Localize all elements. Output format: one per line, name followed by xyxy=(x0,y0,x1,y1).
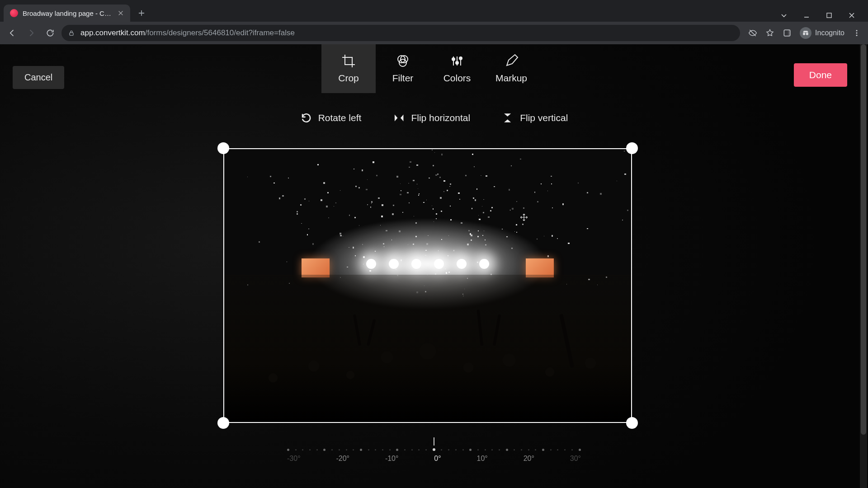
colors-icon xyxy=(450,54,464,68)
maximize-icon[interactable] xyxy=(826,12,833,19)
image-editor: Cancel Crop Filter Colors Markup xyxy=(0,44,868,488)
ruler-ticks xyxy=(287,448,581,451)
svg-point-14 xyxy=(459,57,462,60)
window-controls xyxy=(780,12,864,22)
flip-horizontal-label: Flip horizontal xyxy=(411,113,470,123)
rotate-left-icon xyxy=(300,112,312,124)
rotation-ruler[interactable]: -30° -20° -10° 0° 10° 20° 30° xyxy=(287,437,581,463)
ruler-label: -10° xyxy=(385,455,399,463)
mode-crop-label: Crop xyxy=(338,73,359,84)
kebab-menu-icon[interactable] xyxy=(853,29,861,37)
mode-colors-label: Colors xyxy=(443,73,471,84)
rotate-left-button[interactable]: Rotate left xyxy=(300,112,362,124)
incognito-indicator[interactable]: Incognito xyxy=(800,27,844,39)
ruler-label: 10° xyxy=(477,455,488,463)
flip-vertical-label: Flip vertical xyxy=(520,113,568,123)
photo-content xyxy=(224,149,631,422)
tab-favicon xyxy=(10,9,18,17)
crop-canvas[interactable] xyxy=(223,148,632,423)
done-button[interactable]: Done xyxy=(794,63,847,87)
svg-point-4 xyxy=(803,33,805,35)
filter-icon xyxy=(396,54,410,68)
ruler-label: -20° xyxy=(336,455,349,463)
reload-button[interactable] xyxy=(42,25,58,41)
lock-icon xyxy=(68,29,75,37)
mode-filter[interactable]: Filter xyxy=(376,44,430,93)
photo[interactable] xyxy=(223,148,632,423)
svg-rect-1 xyxy=(70,33,73,35)
flip-vertical-button[interactable]: Flip vertical xyxy=(502,112,568,124)
markup-icon xyxy=(504,54,519,68)
address-bar: app.convertkit.com/forms/designers/56468… xyxy=(0,22,868,44)
svg-point-12 xyxy=(452,58,455,61)
scrollbar[interactable] xyxy=(860,44,867,488)
flip-horizontal-button[interactable]: Flip horizontal xyxy=(393,112,470,124)
crop-handle-bottom-left[interactable] xyxy=(217,417,229,429)
crop-handle-bottom-right[interactable] xyxy=(626,417,638,429)
mode-colors[interactable]: Colors xyxy=(430,44,484,93)
bookmark-star-icon[interactable] xyxy=(765,28,774,38)
close-window-icon[interactable] xyxy=(848,12,855,19)
crop-handle-top-right[interactable] xyxy=(626,142,638,154)
url-path: /forms/designers/5646810/edit?iframe=fal… xyxy=(145,28,295,37)
url-host: app.convertkit.com xyxy=(80,28,145,37)
new-tab-button[interactable] xyxy=(135,6,148,20)
mode-markup[interactable]: Markup xyxy=(484,44,538,93)
scrollbar-thumb[interactable] xyxy=(861,44,866,435)
flip-horizontal-icon xyxy=(393,112,405,124)
flip-vertical-icon xyxy=(502,112,514,124)
ruler-label: 0° xyxy=(434,455,441,463)
svg-point-13 xyxy=(456,61,458,64)
ruler-label: -30° xyxy=(287,455,301,463)
extensions-icon[interactable] xyxy=(783,28,792,38)
svg-rect-3 xyxy=(788,30,790,36)
rotate-left-label: Rotate left xyxy=(318,113,362,123)
cancel-button[interactable]: Cancel xyxy=(13,66,64,89)
mode-crop[interactable]: Crop xyxy=(321,44,376,93)
chevron-down-icon[interactable] xyxy=(780,12,788,19)
back-button[interactable] xyxy=(5,25,20,41)
close-tab-icon[interactable] xyxy=(118,10,124,16)
mode-tabs: Crop Filter Colors Markup xyxy=(321,44,538,93)
tab-title: Broadway landing page - Conver xyxy=(23,9,113,17)
url-field[interactable]: app.convertkit.com/forms/designers/56468… xyxy=(61,25,740,41)
incognito-icon xyxy=(800,27,811,39)
svg-point-5 xyxy=(806,33,808,35)
browser-tab[interactable]: Broadway landing page - Conver xyxy=(4,5,130,22)
ruler-indicator xyxy=(434,437,434,446)
mode-filter-label: Filter xyxy=(392,73,414,84)
ruler-label: 30° xyxy=(570,455,581,463)
ruler-labels: -30° -20° -10° 0° 10° 20° 30° xyxy=(287,455,581,463)
svg-point-8 xyxy=(856,35,858,36)
crop-icon xyxy=(341,54,356,68)
svg-point-6 xyxy=(856,30,858,31)
eye-off-icon[interactable] xyxy=(748,28,757,38)
svg-point-7 xyxy=(856,33,858,34)
incognito-label: Incognito xyxy=(815,29,844,37)
ruler-label: 20° xyxy=(524,455,534,463)
minimize-icon[interactable] xyxy=(803,12,810,19)
crop-handle-top-left[interactable] xyxy=(217,142,229,154)
mode-markup-label: Markup xyxy=(495,73,527,84)
crop-subtools: Rotate left Flip horizontal Flip vertica… xyxy=(300,112,568,124)
tab-strip: Broadway landing page - Conver xyxy=(0,0,868,22)
forward-button[interactable] xyxy=(24,25,39,41)
svg-rect-0 xyxy=(827,13,831,18)
